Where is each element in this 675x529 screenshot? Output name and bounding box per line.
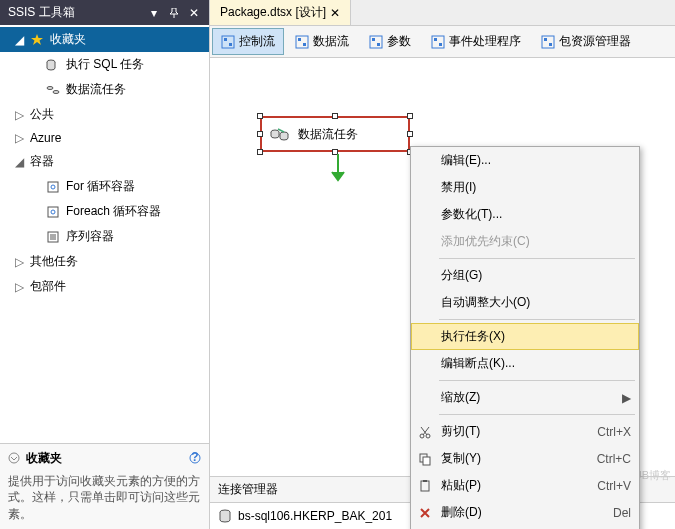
- editor-panel: Package.dtsx [设计] ✕ 控制流数据流参数事件处理程序包资源管理器…: [210, 0, 675, 529]
- star-icon: [30, 33, 44, 47]
- toolbox-tree: ◢收藏夹 执行 SQL 任务 数据流任务▷公共▷Azure◢容器 For 循环容…: [0, 25, 209, 443]
- design-canvas[interactable]: 数据流任务 编辑(E)...禁用(I)参数化(T)...添加优先约束(C)分组(…: [210, 58, 675, 529]
- toolbox-title: SSIS 工具箱: [8, 4, 75, 21]
- menu-item-14[interactable]: 复制(Y)Ctrl+C: [411, 445, 639, 472]
- svg-rect-16: [372, 38, 375, 41]
- menu-item-8[interactable]: 执行任务(X): [411, 323, 639, 350]
- svg-rect-17: [377, 43, 380, 46]
- tree-label: 收藏夹: [50, 31, 86, 48]
- tree-item-9[interactable]: ▷其他任务: [0, 249, 209, 274]
- tree-item-6[interactable]: For 循环容器: [0, 174, 209, 199]
- event-icon: [431, 35, 445, 49]
- expander-icon[interactable]: ▷: [14, 133, 24, 143]
- menu-item-2[interactable]: 参数化(T)...: [411, 201, 639, 228]
- tree-item-2[interactable]: 数据流任务: [0, 77, 209, 102]
- favorites-title: 收藏夹: [26, 450, 62, 467]
- svg-rect-19: [434, 38, 437, 41]
- expander-icon[interactable]: ◢: [14, 157, 24, 167]
- tree-item-7[interactable]: Foreach 循环容器: [0, 199, 209, 224]
- expander-icon[interactable]: [30, 85, 40, 95]
- menu-separator: [439, 414, 635, 415]
- menu-label: 执行任务(X): [441, 328, 505, 345]
- favorites-description: 提供用于访问收藏夹元素的方便的方式。这样，只需单击即可访问这些元素。: [8, 473, 201, 523]
- tree-item-5[interactable]: ◢容器: [0, 149, 209, 174]
- conn-mgr-title: 连接管理器: [218, 482, 278, 496]
- tree-item-4[interactable]: ▷Azure: [0, 127, 209, 149]
- toolbar-label: 包资源管理器: [559, 33, 631, 50]
- menu-separator: [439, 319, 635, 320]
- paste-icon: [417, 478, 433, 494]
- toolbar-event[interactable]: 事件处理程序: [422, 28, 530, 55]
- svg-point-2: [53, 90, 59, 93]
- svg-rect-20: [439, 43, 442, 46]
- toolbar-explorer[interactable]: 包资源管理器: [532, 28, 640, 55]
- favorites-section: 收藏夹 ? 提供用于访问收藏夹元素的方便的方式。这样，只需单击即可访问这些元素。: [0, 443, 209, 529]
- menu-item-6[interactable]: 自动调整大小(O): [411, 289, 639, 316]
- tree-label: For 循环容器: [66, 178, 135, 195]
- tab-close-icon[interactable]: ✕: [330, 6, 340, 20]
- delete-icon: [417, 505, 433, 521]
- svg-rect-21: [542, 36, 554, 48]
- dropdown-icon[interactable]: ▾: [147, 6, 161, 20]
- menu-item-9[interactable]: 编辑断点(K)...: [411, 350, 639, 377]
- menu-shortcut: Del: [613, 506, 631, 520]
- loop-icon: [46, 180, 60, 194]
- tab-bar: Package.dtsx [设计] ✕: [210, 0, 675, 26]
- svg-rect-18: [432, 36, 444, 48]
- toolbar-label: 事件处理程序: [449, 33, 521, 50]
- menu-item-1[interactable]: 禁用(I): [411, 174, 639, 201]
- tree-label: 容器: [30, 153, 54, 170]
- expander-icon[interactable]: [30, 60, 40, 70]
- toolbar-label: 数据流: [313, 33, 349, 50]
- menu-item-5[interactable]: 分组(G): [411, 262, 639, 289]
- expander-icon[interactable]: [30, 232, 40, 242]
- menu-item-15[interactable]: 粘贴(P)Ctrl+V: [411, 472, 639, 499]
- menu-item-11[interactable]: 缩放(Z)▶: [411, 384, 639, 411]
- help-icon[interactable]: ?: [189, 452, 201, 464]
- favorites-header[interactable]: 收藏夹 ?: [8, 450, 201, 467]
- tree-item-3[interactable]: ▷公共: [0, 102, 209, 127]
- menu-label: 删除(D): [441, 504, 482, 521]
- connector-arrow[interactable]: [330, 154, 346, 184]
- control-icon: [221, 35, 235, 49]
- expander-icon[interactable]: ▷: [14, 110, 24, 120]
- conn-label: bs-sql106.HKERP_BAK_201: [238, 509, 392, 523]
- tree-label: 其他任务: [30, 253, 78, 270]
- context-menu: 编辑(E)...禁用(I)参数化(T)...添加优先约束(C)分组(G)自动调整…: [410, 146, 640, 529]
- expander-icon[interactable]: ▷: [14, 257, 24, 267]
- toolbar-data[interactable]: 数据流: [286, 28, 358, 55]
- dataflow-icon: [270, 126, 290, 142]
- expander-icon[interactable]: [30, 182, 40, 192]
- svg-rect-15: [370, 36, 382, 48]
- menu-shortcut: Ctrl+C: [597, 452, 631, 466]
- menu-item-0[interactable]: 编辑(E)...: [411, 147, 639, 174]
- toolbar-param[interactable]: 参数: [360, 28, 420, 55]
- svg-rect-22: [544, 38, 547, 41]
- tree-item-0[interactable]: ◢收藏夹: [0, 27, 209, 52]
- expander-icon[interactable]: ◢: [14, 35, 24, 45]
- tree-item-8[interactable]: 序列容器: [0, 224, 209, 249]
- tree-label: 序列容器: [66, 228, 114, 245]
- toolbar-control[interactable]: 控制流: [212, 28, 284, 55]
- task-label: 数据流任务: [298, 126, 358, 143]
- tab-package[interactable]: Package.dtsx [设计] ✕: [210, 0, 351, 25]
- copy-icon: [417, 451, 433, 467]
- menu-item-16[interactable]: 删除(D)Del: [411, 499, 639, 526]
- tree-label: 公共: [30, 106, 54, 123]
- cut-icon: [417, 424, 433, 440]
- svg-text:?: ?: [191, 452, 198, 464]
- close-icon[interactable]: ✕: [187, 6, 201, 20]
- dataflow-task-box[interactable]: 数据流任务: [260, 116, 410, 152]
- designer-toolbar: 控制流数据流参数事件处理程序包资源管理器: [210, 26, 675, 58]
- menu-label: 编辑(E)...: [441, 152, 491, 169]
- pin-icon[interactable]: [167, 6, 181, 20]
- tree-item-10[interactable]: ▷包部件: [0, 274, 209, 299]
- expander-icon[interactable]: [30, 207, 40, 217]
- explorer-icon: [541, 35, 555, 49]
- sql-icon: [46, 58, 60, 72]
- tree-item-1[interactable]: 执行 SQL 任务: [0, 52, 209, 77]
- svg-rect-10: [224, 38, 227, 41]
- menu-label: 缩放(Z): [441, 389, 480, 406]
- expander-icon[interactable]: ▷: [14, 282, 24, 292]
- menu-item-13[interactable]: 剪切(T)Ctrl+X: [411, 418, 639, 445]
